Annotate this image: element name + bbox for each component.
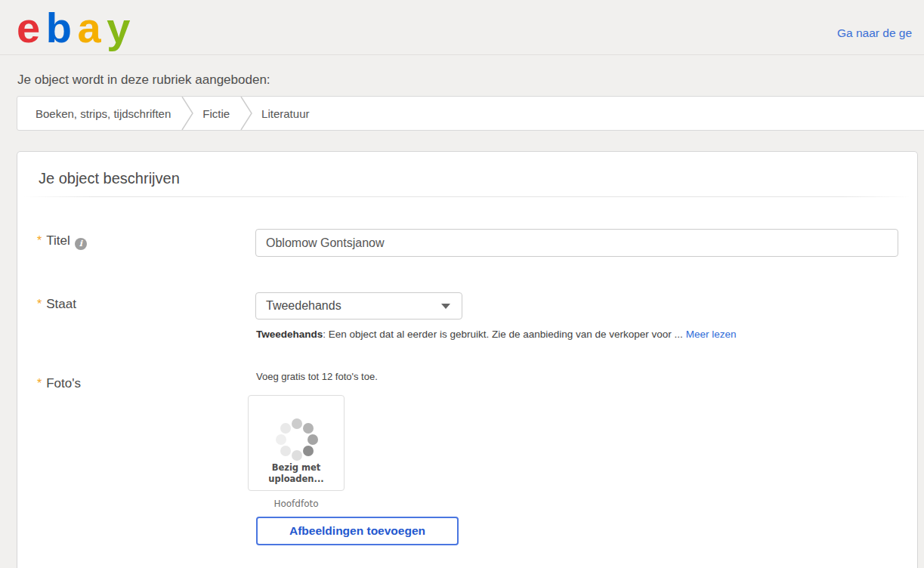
main-photo-upload-tile[interactable]: Bezig met uploaden...: [248, 395, 345, 491]
add-images-button[interactable]: Afbeeldingen toevoegen: [256, 517, 459, 545]
photos-label: *Foto's: [37, 376, 81, 391]
breadcrumb-item-fiction[interactable]: Fictie: [202, 107, 230, 120]
required-asterisk: *: [37, 377, 42, 390]
condition-label-text: Staat: [46, 297, 76, 311]
title-label: *Titeli: [37, 233, 87, 250]
condition-description: Tweedehands: Een object dat al eerder is…: [256, 329, 830, 340]
spinner-dot: [280, 423, 291, 434]
spinner-dot: [292, 418, 302, 429]
ebay-logo-letter: b: [46, 5, 69, 51]
info-icon[interactable]: i: [75, 238, 87, 250]
chevron-right-icon: [240, 97, 252, 130]
breadcrumb: Boeken, strips, tijdschriften Fictie Lit…: [17, 96, 924, 131]
listing-page: e b a y Ga naar de ge Je object wordt in…: [0, 0, 924, 568]
ebay-logo-letter: e: [17, 5, 37, 51]
spinner-dot: [276, 434, 286, 445]
condition-select[interactable]: Tweedehands: [255, 292, 462, 320]
condition-description-text: : Een object dat al eerder is gebruikt. …: [323, 329, 683, 340]
breadcrumb-item-books[interactable]: Boeken, strips, tijdschriften: [36, 107, 171, 120]
caret-down-icon: [441, 304, 450, 309]
required-asterisk: *: [37, 234, 42, 247]
condition-label: *Staat: [37, 297, 76, 312]
title-label-text: Titel: [46, 233, 70, 248]
header-divider: [0, 54, 924, 55]
required-asterisk: *: [37, 298, 42, 310]
category-prompt: Je object wordt in deze rubriek aangebod…: [17, 73, 270, 88]
spinner-dot: [303, 446, 314, 456]
title-input[interactable]: [255, 229, 898, 257]
ebay-logo[interactable]: e b a y: [17, 5, 127, 51]
uploading-status-text: Bezig met uploaden...: [249, 462, 344, 485]
describe-item-panel: Je object beschrijven *Titeli *Staat Twe…: [17, 151, 918, 568]
section-title: Je object beschrijven: [39, 170, 180, 187]
condition-selected-value: Tweedehands: [266, 299, 441, 313]
ebay-logo-letter: y: [107, 5, 127, 51]
spinner-dot: [303, 423, 314, 434]
spinner-dot: [307, 434, 318, 445]
photos-helper-text: Voeg gratis tot 12 foto's toe.: [256, 371, 378, 382]
ebay-logo-letter: a: [78, 5, 98, 51]
spinner-dot: [280, 446, 291, 456]
loading-spinner-icon: [276, 418, 318, 461]
main-photo-caption: Hoofdfoto: [248, 499, 345, 509]
read-more-link[interactable]: Meer lezen: [686, 329, 737, 340]
go-to-link[interactable]: Ga naar de ge: [837, 26, 912, 40]
breadcrumb-item-literature[interactable]: Literatuur: [261, 107, 309, 120]
spinner-dot: [292, 450, 302, 461]
chevron-right-icon: [181, 97, 193, 130]
condition-term: Tweedehands: [256, 329, 323, 340]
photos-label-text: Foto's: [46, 376, 81, 390]
section-divider: [23, 196, 911, 197]
